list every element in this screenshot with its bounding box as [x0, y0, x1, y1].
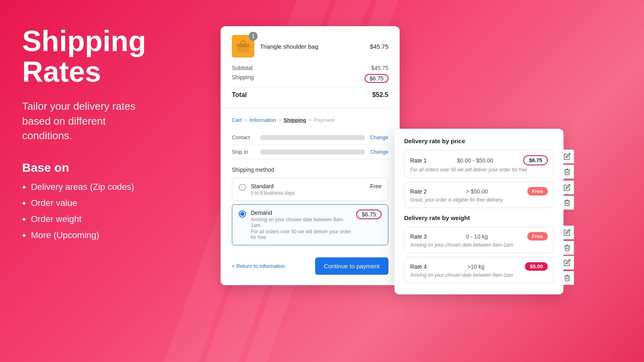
- left-panel: Shipping Rates Tailor your delivery rate…: [22, 26, 203, 246]
- rate-3-wrapper: Rate 3 0 - 10 kg Free Arriving on your c…: [404, 227, 554, 253]
- rate-4-wrapper: Rate 4 >10 kg $5.00 Arriving on your cho…: [404, 257, 554, 283]
- breadcrumb: Cart > Information > Shipping > Payment: [232, 117, 388, 123]
- rate-3-row: Rate 3 0 - 10 kg Free Arriving on your c…: [404, 227, 554, 253]
- by-price-title: Delivery rate by price: [404, 138, 554, 144]
- breadcrumb-payment: Payment: [314, 117, 334, 123]
- product-image: 1: [232, 35, 254, 58]
- rate-3-price: Free: [527, 232, 548, 241]
- rate-2-delete-btn[interactable]: [560, 196, 574, 210]
- demand-info: Demand Arriving on your chosen date betw…: [251, 210, 351, 240]
- contact-change[interactable]: Change: [370, 134, 388, 140]
- main-title: Shipping Rates: [22, 26, 203, 87]
- bullet-item-3: Order weight: [22, 214, 203, 224]
- rate-2-desc: Great, your order is eligible for free d…: [410, 197, 548, 203]
- rate-1-delete-btn[interactable]: [560, 165, 574, 179]
- rate-3-edit-btn[interactable]: [560, 226, 574, 239]
- rate-2-range: > $50.00: [466, 188, 488, 195]
- rate-1-range: $0.00 - $50.00: [457, 157, 493, 164]
- shipping-value: $6.75: [365, 74, 388, 83]
- subtotal-row: Subtotal $45.75: [232, 65, 388, 71]
- rate-2-name: Rate 2: [410, 188, 427, 195]
- rate-4-actions: [560, 256, 574, 285]
- subtitle: Tailor your delivery ratesbased on diffe…: [22, 99, 203, 143]
- rate-2-edit-btn[interactable]: [560, 181, 574, 194]
- demand-radio-inner: [240, 212, 244, 216]
- rate-2-wrapper: Rate 2 > $50.00 Free Great, your order i…: [404, 182, 554, 208]
- rate-3-delete-btn[interactable]: [560, 241, 574, 255]
- base-on-title: Base on: [22, 161, 203, 175]
- rate-3-desc: Arriving on your chosen date between 9am…: [410, 242, 548, 248]
- standard-radio[interactable]: [239, 184, 246, 191]
- rate-2-top: Rate 2 > $50.00 Free: [410, 187, 548, 195]
- rate-1-price: $6.75: [523, 155, 548, 165]
- demand-price: $6.75: [356, 210, 382, 219]
- demand-name: Demand: [251, 210, 351, 216]
- demand-option[interactable]: Demand Arriving on your chosen date betw…: [232, 204, 388, 245]
- rate-3-name: Rate 3: [410, 233, 427, 240]
- checkout-card: 1 Triangle shoulder bag $45.75 Subtotal …: [221, 26, 400, 285]
- rate-4-top: Rate 4 >10 kg $5.00: [410, 262, 548, 271]
- rate-2-row: Rate 2 > $50.00 Free Great, your order i…: [404, 182, 554, 208]
- ship-to-label: Ship to: [232, 149, 260, 155]
- rate-4-delete-btn[interactable]: [560, 271, 574, 285]
- demand-radio[interactable]: [239, 210, 246, 218]
- continue-btn[interactable]: Continue to payment: [315, 257, 388, 275]
- rate-1-wrapper: Rate 1 $0.00 - $50.00 $6.75 For all orde…: [404, 150, 554, 178]
- shipping-row: Shipping $6.75: [232, 74, 388, 83]
- rate-3-range: 0 - 10 kg: [466, 233, 488, 240]
- breadcrumb-information[interactable]: Information: [250, 117, 276, 123]
- rate-1-desc: For all orders over 50 we will deliver y…: [410, 167, 548, 173]
- rate-4-price: $5.00: [525, 262, 548, 271]
- rate-3-top: Rate 3 0 - 10 kg Free: [410, 232, 548, 241]
- rate-3-actions: [560, 226, 574, 255]
- demand-desc-2: For all orders over 50 we will deliver y…: [251, 229, 351, 240]
- rate-1-top: Rate 1 $0.00 - $50.00 $6.75: [410, 155, 548, 165]
- subtotal-value: $45.75: [371, 65, 388, 71]
- standard-name: Standard: [251, 183, 365, 189]
- total-value: $52.5: [372, 91, 388, 99]
- rates-card: Delivery rate by price Rate 1 $0.00 - $5…: [394, 129, 564, 294]
- breadcrumb-cart[interactable]: Cart: [232, 117, 242, 123]
- rate-1-row: Rate 1 $0.00 - $50.00 $6.75 For all orde…: [404, 150, 554, 178]
- rate-4-row: Rate 4 >10 kg $5.00 Arriving on your cho…: [404, 257, 554, 283]
- total-row: Total $52.5: [232, 87, 388, 99]
- breadcrumb-sep-1: >: [244, 117, 248, 123]
- shipping-label: Shipping: [232, 74, 254, 83]
- product-price: $45.75: [370, 43, 388, 50]
- order-item-row: 1 Triangle shoulder bag $45.75: [232, 35, 388, 58]
- ship-to-value: [260, 150, 365, 154]
- total-label: Total: [232, 91, 247, 99]
- rate-1-name: Rate 1: [410, 157, 427, 164]
- contact-value: [260, 135, 365, 140]
- bullet-list: Delivery areas (Zip codes) Order value O…: [22, 182, 203, 241]
- standard-info: Standard 5 to 8 business days: [251, 183, 365, 196]
- rate-1-edit-btn[interactable]: [560, 150, 574, 163]
- rate-1-actions: [560, 150, 574, 179]
- by-weight-title: Delivery rate by weight: [404, 214, 554, 221]
- breadcrumb-area: Cart > Information > Shipping > Payment: [221, 108, 400, 123]
- ship-to-change[interactable]: Change: [370, 149, 388, 155]
- bullet-item-1: Delivery areas (Zip codes): [22, 182, 203, 192]
- by-weight-section: Delivery rate by weight Rate 3 0 - 10 kg…: [404, 214, 554, 283]
- info-rows: Contact Change Ship to Change: [221, 130, 400, 159]
- rate-4-desc: Arriving on your chosen date between 9am…: [410, 272, 548, 278]
- standard-option[interactable]: Standard 5 to 8 business days Free: [232, 178, 388, 201]
- rate-4-edit-btn[interactable]: [560, 256, 574, 269]
- product-name: Triangle shoulder bag: [260, 43, 364, 50]
- rate-2-actions: [560, 181, 574, 210]
- shipping-method-label: Shipping method: [232, 167, 388, 173]
- return-link[interactable]: < Return to information: [232, 263, 285, 269]
- standard-desc: 5 to 8 business days: [251, 190, 365, 196]
- product-badge: 1: [249, 32, 258, 41]
- subtotal-label: Subtotal: [232, 65, 252, 71]
- bullet-item-4: More (Upcoming): [22, 230, 203, 241]
- contact-label: Contact: [232, 134, 260, 140]
- bullet-item-2: Order value: [22, 198, 203, 208]
- breadcrumb-sep-2: >: [278, 117, 281, 123]
- breadcrumb-sep-3: >: [308, 117, 312, 123]
- rate-4-range: >10 kg: [467, 263, 484, 270]
- standard-price: Free: [370, 183, 382, 189]
- demand-desc-1: Arriving on your chosen date between 9am…: [251, 217, 351, 228]
- ship-to-row: Ship to Change: [232, 145, 388, 159]
- rate-2-price: Free: [527, 187, 548, 195]
